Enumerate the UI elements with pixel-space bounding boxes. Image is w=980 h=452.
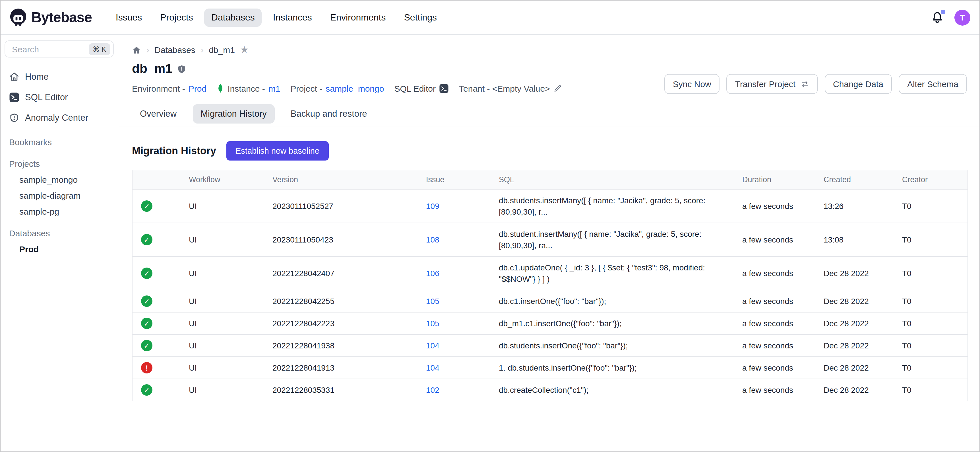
nav-item-issues[interactable]: Issues xyxy=(109,8,149,27)
header-version: Version xyxy=(272,170,426,189)
duration-cell: a few seconds xyxy=(742,195,824,217)
sidebar-item-anomaly-center[interactable]: Anomaly Center xyxy=(5,108,114,128)
migration-history-header: Migration History Establish new baseline xyxy=(132,141,967,161)
notification-bell-icon[interactable] xyxy=(931,11,944,24)
home-breadcrumb-icon[interactable] xyxy=(132,45,141,54)
sync-now-button[interactable]: Sync Now xyxy=(664,74,720,94)
sidebar-project-sample-mongo[interactable]: sample_mongo xyxy=(5,171,114,187)
tenant-meta: Tenant - <Empty Value> xyxy=(459,84,562,93)
table-header-row: Workflow Version Issue SQL Duration Crea… xyxy=(132,170,967,190)
creator-cell: T0 xyxy=(902,379,967,401)
tab-backup-and-restore[interactable]: Backup and restore xyxy=(283,104,375,123)
duration-cell: a few seconds xyxy=(742,335,824,356)
brand-name: Bytebase xyxy=(31,9,92,26)
change-data-button[interactable]: Change Data xyxy=(824,74,892,94)
version-cell: 20221228042255 xyxy=(272,290,426,312)
keyboard-shortcut-badge: ⌘ K xyxy=(88,43,110,55)
migration-history-title: Migration History xyxy=(132,145,216,157)
sidebar-nav: Home SQL Editor xyxy=(5,67,114,257)
environment-label: Environment - xyxy=(132,84,185,93)
sidebar-project-sample-pg[interactable]: sample-pg xyxy=(5,203,114,219)
nav-item-projects[interactable]: Projects xyxy=(153,8,200,27)
sql-editor-label: SQL Editor xyxy=(394,84,436,93)
nav-item-instances[interactable]: Instances xyxy=(266,8,319,27)
shield-alert-icon xyxy=(9,113,19,123)
sidebar-database-prod[interactable]: Prod xyxy=(5,241,114,257)
success-status-icon: ✓ xyxy=(141,234,153,245)
project-link[interactable]: sample_mongo xyxy=(326,84,384,93)
tab-migration-history[interactable]: Migration History xyxy=(192,104,275,123)
tab-divider xyxy=(118,126,980,126)
table-row: ✓ UI 20221228042255 105 db.c1.insertOne(… xyxy=(132,290,967,312)
created-cell: Dec 28 2022 xyxy=(824,262,902,284)
environment-link[interactable]: Prod xyxy=(189,84,207,93)
nav-item-environments[interactable]: Environments xyxy=(323,8,393,27)
alter-schema-button[interactable]: Alter Schema xyxy=(899,74,967,94)
sql-cell: db.students.insertOne({"foo": "bar"}); xyxy=(499,335,742,356)
success-status-icon: ✓ xyxy=(141,318,153,329)
sql-cell: 1. db.students.insertOne({"foo": "bar"})… xyxy=(499,357,742,379)
nav-item-settings[interactable]: Settings xyxy=(397,8,444,27)
sidebar-item-home[interactable]: Home xyxy=(5,67,114,87)
sql-editor-meta[interactable]: SQL Editor xyxy=(394,84,449,93)
issue-link[interactable]: 106 xyxy=(426,269,439,278)
page-actions: Sync Now Transfer Project Change Data Al… xyxy=(664,74,967,94)
bytebase-logo-icon xyxy=(10,8,27,27)
sidebar-section-bookmarks: Bookmarks xyxy=(5,134,114,150)
sql-cell: db.students.insertMany([ { name: "Jacika… xyxy=(499,190,742,223)
workflow-cell: UI xyxy=(189,262,272,284)
duration-cell: a few seconds xyxy=(742,357,824,379)
table-row: ✓ UI 20221228035331 102 db.createCollect… xyxy=(132,379,967,401)
issue-link[interactable]: 104 xyxy=(426,341,439,350)
breadcrumb-db-m1[interactable]: db_m1 xyxy=(209,45,235,55)
notification-dot xyxy=(941,10,945,14)
tab-overview[interactable]: Overview xyxy=(132,104,185,123)
search-box[interactable]: ⌘ K xyxy=(5,40,114,57)
issue-link[interactable]: 104 xyxy=(426,363,439,372)
issue-link[interactable]: 105 xyxy=(426,297,439,306)
sidebar-section-databases: Databases xyxy=(5,225,114,241)
table-row: ✓ UI 20221228042407 106 db.c1.updateOne(… xyxy=(132,256,967,290)
sidebar-item-sql-editor[interactable]: SQL Editor xyxy=(5,87,114,108)
version-cell: 20230111050423 xyxy=(272,229,426,251)
table-row: ! UI 20221228041913 104 1. db.students.i… xyxy=(132,356,967,379)
topnav-right-controls: T xyxy=(931,10,970,26)
mongodb-leaf-icon xyxy=(217,83,224,94)
creator-cell: T0 xyxy=(902,357,967,379)
issue-link[interactable]: 108 xyxy=(426,235,439,244)
project-label: Project - xyxy=(291,84,323,93)
issue-link[interactable]: 109 xyxy=(426,201,439,211)
sidebar-item-label: SQL Editor xyxy=(25,92,68,102)
issue-link[interactable]: 105 xyxy=(426,319,439,328)
table-row: ✓ UI 20230111052527 109 db.students.inse… xyxy=(132,190,967,223)
version-cell: 20221228041913 xyxy=(272,357,426,379)
search-input[interactable] xyxy=(11,43,88,54)
breadcrumb-databases[interactable]: Databases xyxy=(154,45,195,55)
sql-cell: db.createCollection("c1"); xyxy=(499,379,742,401)
creator-cell: T0 xyxy=(902,290,967,312)
header-workflow: Workflow xyxy=(189,170,272,189)
header-sql: SQL xyxy=(499,170,742,189)
created-cell: Dec 28 2022 xyxy=(824,313,902,334)
sidebar-project-sample-diagram[interactable]: sample-diagram xyxy=(5,187,114,203)
nav-item-databases[interactable]: Databases xyxy=(204,8,262,27)
terminal-icon xyxy=(439,84,449,93)
header-created: Created xyxy=(824,170,902,189)
success-status-icon: ✓ xyxy=(141,268,153,279)
table-row: ✓ UI 20230111050423 108 db.student.inser… xyxy=(132,223,967,256)
created-cell: 13:26 xyxy=(824,195,902,217)
environment-meta: Environment - Prod xyxy=(132,84,207,93)
establish-baseline-button[interactable]: Establish new baseline xyxy=(226,141,328,161)
issue-link[interactable]: 102 xyxy=(426,385,439,395)
workflow-cell: UI xyxy=(189,229,272,251)
bytebase-logo[interactable]: Bytebase xyxy=(10,8,92,27)
duration-cell: a few seconds xyxy=(742,290,824,312)
instance-link[interactable]: m1 xyxy=(269,84,280,93)
bookmark-star-icon[interactable]: ★ xyxy=(240,45,249,55)
created-cell: 13:08 xyxy=(824,229,902,251)
pencil-edit-icon[interactable] xyxy=(554,84,562,93)
user-avatar[interactable]: T xyxy=(955,10,970,26)
transfer-project-button[interactable]: Transfer Project xyxy=(727,74,818,94)
sql-cell: db.student.insertMany([ { name: "Jacika"… xyxy=(499,223,742,256)
main-content: › Databases › db_m1 ★ db_m1 xyxy=(118,35,980,452)
